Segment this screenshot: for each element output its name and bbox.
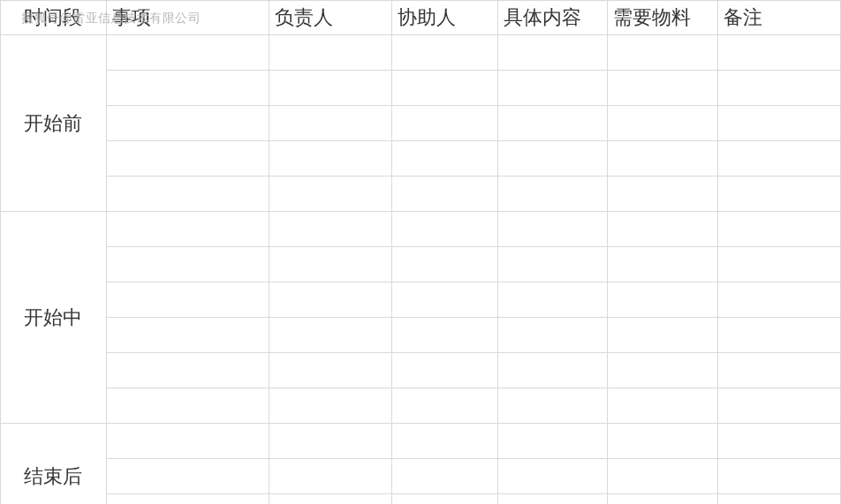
cell [269, 177, 392, 212]
cell [392, 388, 498, 424]
cell [607, 141, 717, 177]
cell [106, 424, 269, 459]
header-item: 事项 [106, 1, 269, 35]
cell [607, 212, 717, 247]
cell [392, 212, 498, 247]
cell [392, 494, 498, 505]
cell [497, 141, 607, 177]
header-content: 具体内容 [497, 1, 607, 35]
cell [607, 353, 717, 388]
table-row [1, 494, 841, 505]
cell [607, 424, 717, 459]
cell [106, 318, 269, 353]
table-row [1, 177, 841, 212]
header-row: 时间段 事项 负责人 协助人 具体内容 需要物料 备注 [1, 1, 841, 35]
cell [392, 106, 498, 141]
cell [392, 318, 498, 353]
table-row [1, 388, 841, 424]
cell [497, 106, 607, 141]
cell [106, 459, 269, 494]
cell [717, 459, 840, 494]
header-remarks: 备注 [717, 1, 840, 35]
cell [717, 353, 840, 388]
cell [717, 71, 840, 106]
cell [607, 71, 717, 106]
table-row: 开始前 [1, 35, 841, 71]
cell [392, 282, 498, 318]
cell [607, 388, 717, 424]
cell [106, 35, 269, 71]
table-row [1, 459, 841, 494]
cell [607, 106, 717, 141]
cell [497, 282, 607, 318]
cell [392, 247, 498, 282]
header-time: 时间段 [1, 1, 107, 35]
cell [269, 388, 392, 424]
cell [392, 459, 498, 494]
cell [717, 177, 840, 212]
cell [497, 353, 607, 388]
cell [269, 282, 392, 318]
cell [269, 141, 392, 177]
cell [392, 35, 498, 71]
cell [497, 247, 607, 282]
cell [106, 353, 269, 388]
cell [717, 141, 840, 177]
cell [269, 35, 392, 71]
cell [269, 212, 392, 247]
cell [607, 459, 717, 494]
table-row: 结束后 [1, 424, 841, 459]
cell [497, 494, 607, 505]
table-row [1, 106, 841, 141]
header-materials: 需要物料 [607, 1, 717, 35]
cell [269, 71, 392, 106]
cell [717, 388, 840, 424]
cell [607, 494, 717, 505]
cell [607, 35, 717, 71]
cell [497, 212, 607, 247]
cell [497, 35, 607, 71]
table-body: 开始前 开始中 结束后 [1, 35, 841, 505]
cell [392, 177, 498, 212]
cell [607, 318, 717, 353]
cell [717, 424, 840, 459]
cell [717, 106, 840, 141]
cell [607, 177, 717, 212]
table-row [1, 247, 841, 282]
cell [269, 424, 392, 459]
cell [497, 177, 607, 212]
section-label-after: 结束后 [1, 424, 107, 505]
cell [497, 424, 607, 459]
table-row: 开始中 [1, 212, 841, 247]
cell [106, 106, 269, 141]
table-row [1, 353, 841, 388]
cell [106, 494, 269, 505]
cell [106, 177, 269, 212]
cell [717, 212, 840, 247]
table-row [1, 141, 841, 177]
cell [497, 459, 607, 494]
cell [392, 141, 498, 177]
table-row [1, 318, 841, 353]
table-row [1, 71, 841, 106]
header-helper: 协助人 [392, 1, 498, 35]
cell [269, 318, 392, 353]
header-owner: 负责人 [269, 1, 392, 35]
cell [392, 424, 498, 459]
section-label-during: 开始中 [1, 212, 107, 424]
table-row [1, 282, 841, 318]
cell [106, 71, 269, 106]
cell [106, 141, 269, 177]
cell [106, 212, 269, 247]
cell [106, 388, 269, 424]
cell [392, 353, 498, 388]
cell [269, 353, 392, 388]
cell [269, 106, 392, 141]
cell [717, 35, 840, 71]
cell [269, 247, 392, 282]
cell [717, 247, 840, 282]
cell [269, 459, 392, 494]
schedule-table: 时间段 事项 负责人 协助人 具体内容 需要物料 备注 开始前 开始中 [0, 0, 841, 504]
cell [607, 282, 717, 318]
cell [717, 318, 840, 353]
